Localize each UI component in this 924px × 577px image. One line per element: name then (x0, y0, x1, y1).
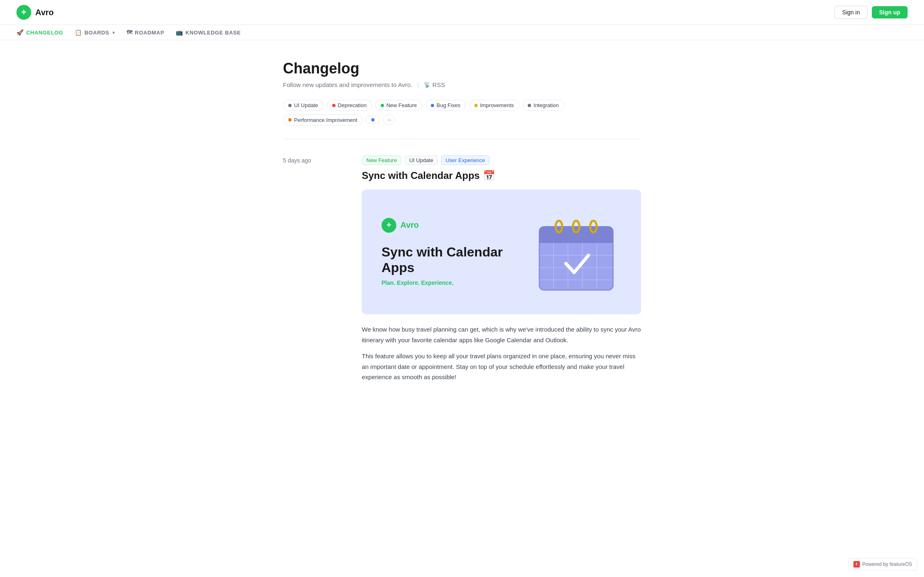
calendar-illustration (531, 206, 621, 298)
banner-logo-icon: + (382, 218, 396, 233)
dot-deprecation (332, 104, 336, 107)
banner-subtitle: Plan. Explore. Experience. (382, 279, 531, 286)
filter-tag-deprecation[interactable]: Deprecation (327, 100, 372, 111)
entry-title-text: Sync with Calendar Apps (362, 170, 480, 181)
filter-tag-integration[interactable]: Integration (522, 100, 564, 111)
tag-ui-update[interactable]: UI Update (405, 156, 438, 165)
nav-label-roadmap: ROADMAP (135, 30, 164, 36)
entry-banner: + Avro Sync with Calendar Apps Plan. Exp… (362, 190, 641, 314)
entry-date: 5 days ago (283, 156, 349, 388)
nav-item-knowledge-base[interactable]: 📺 KNOWLEDGE BASE (176, 29, 241, 36)
filter-tag-new-feature[interactable]: New Feature (375, 100, 422, 111)
knowledge-base-icon: 📺 (176, 29, 183, 36)
banner-logo-name: Avro (400, 220, 419, 230)
entry-title: Sync with Calendar Apps 📅 (362, 170, 641, 181)
rss-link[interactable]: 📡 RSS (424, 81, 445, 88)
tag-new-feature[interactable]: New Feature (362, 156, 401, 165)
nav-label-changelog: CHANGELOG (26, 30, 63, 36)
signup-button[interactable]: Sign up (872, 6, 908, 18)
nav-label-knowledge-base: KNOWLEDGE BASE (186, 30, 241, 36)
nav-label-boards: BOARDS (85, 30, 109, 36)
entry-paragraph-1: We know how busy travel planning can get… (362, 324, 641, 345)
filter-label-bug-fixes: Bug Fixes (437, 102, 460, 108)
filter-tag-performance-improvement[interactable]: Performance Improvement (283, 114, 363, 126)
filter-tag-ui-update[interactable]: UI Update (283, 100, 324, 111)
dot-improvements (474, 104, 478, 107)
arrow-right-icon: → (386, 117, 392, 123)
dot-ui-update (288, 104, 292, 107)
page-title: Changelog (283, 60, 641, 77)
page-subtitle: Follow new updates and improvements to A… (283, 81, 412, 88)
dot-more (371, 118, 375, 121)
entry-title-emoji: 📅 (483, 170, 495, 181)
entry-body: New Feature UI Update User Experience Sy… (362, 156, 641, 388)
changelog-icon: 🚀 (16, 29, 24, 36)
filter-tag-bug-fixes[interactable]: Bug Fixes (425, 100, 466, 111)
filter-label-integration: Integration (533, 102, 559, 108)
nav-item-changelog[interactable]: 🚀 CHANGELOG (16, 29, 63, 36)
dot-bug-fixes (431, 104, 434, 107)
filter-row: UI Update Deprecation New Feature Bug Fi… (283, 100, 641, 126)
logo-icon: + (16, 5, 31, 20)
banner-left: + Avro Sync with Calendar Apps Plan. Exp… (382, 218, 531, 286)
chevron-down-icon: ▾ (113, 30, 115, 35)
filter-next-arrow[interactable]: → (383, 114, 395, 126)
header-left: + Avro (16, 5, 54, 20)
page-subtitle-row: Follow new updates and improvements to A… (283, 81, 641, 88)
entry-paragraph-2: This feature allows you to keep all your… (362, 351, 641, 382)
entry-tags: New Feature UI Update User Experience (362, 156, 641, 165)
roadmap-icon: 🗺 (126, 29, 133, 36)
rss-icon: 📡 (424, 82, 430, 88)
nav: 🚀 CHANGELOG 📋 BOARDS ▾ 🗺 ROADMAP 📺 KNOWL… (0, 25, 924, 40)
changelog-entry: 5 days ago New Feature UI Update User Ex… (283, 156, 641, 388)
filter-tag-improvements[interactable]: Improvements (469, 100, 519, 111)
dot-integration (528, 104, 531, 107)
filter-label-new-feature: New Feature (386, 102, 417, 108)
filter-label-performance-improvement: Performance Improvement (294, 117, 357, 123)
logo-name: Avro (35, 8, 54, 17)
header-right: Sign in Sign up (834, 6, 908, 19)
nav-item-roadmap[interactable]: 🗺 ROADMAP (126, 29, 164, 36)
section-divider (283, 139, 641, 139)
nav-item-boards[interactable]: 📋 BOARDS ▾ (75, 29, 115, 36)
filter-tag-more-dot[interactable] (366, 116, 380, 124)
filter-label-ui-update: UI Update (294, 102, 318, 108)
signin-button[interactable]: Sign in (834, 6, 868, 19)
subtitle-divider: | (417, 81, 419, 88)
tag-user-experience[interactable]: User Experience (441, 156, 490, 165)
dot-new-feature (381, 104, 384, 107)
rss-label: RSS (432, 81, 445, 88)
banner-logo-row: + Avro (382, 218, 531, 233)
banner-title: Sync with Calendar Apps (382, 244, 531, 276)
dot-performance-improvement (288, 118, 292, 121)
boards-icon: 📋 (75, 29, 82, 36)
svg-rect-2 (539, 237, 613, 243)
page-content: Changelog Follow new updates and improve… (273, 40, 651, 428)
filter-label-improvements: Improvements (480, 102, 514, 108)
header: + Avro Sign in Sign up (0, 0, 924, 25)
filter-label-deprecation: Deprecation (338, 102, 367, 108)
